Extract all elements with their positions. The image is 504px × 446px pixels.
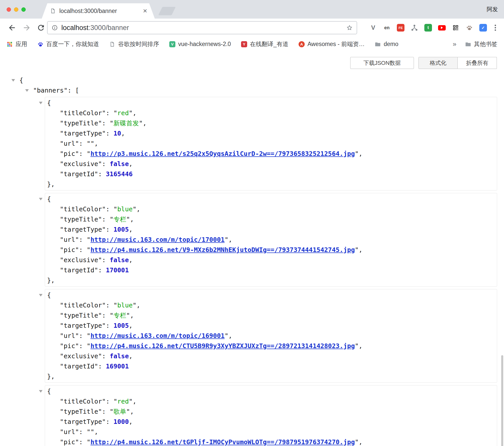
json-token: "titleColor" (60, 302, 106, 309)
json-token: , (359, 438, 362, 446)
json-url-link[interactable]: http://p4.music.126.net/V9-MXz6b2MNhEKju… (90, 246, 355, 254)
json-token: "url" (60, 140, 79, 147)
download-json-button[interactable]: 下载JSON数据 (350, 57, 414, 69)
json-token: { (47, 99, 51, 107)
json-token: red (117, 398, 129, 405)
json-url-link[interactable]: http://music.163.com/m/topic/169001 (90, 332, 225, 339)
bookmark-apps[interactable]: 应用 (7, 40, 27, 48)
bookmark-label: vue-hackernews-2.0 (178, 41, 231, 48)
json-token: 10 (114, 130, 121, 137)
json-token: : (79, 438, 87, 446)
json-property-line: "typeTitle": "歌单", (45, 407, 497, 417)
bookmark-baidu[interactable]: 百度一下，你就知道 (37, 40, 99, 48)
json-token: "exclusive" (60, 160, 102, 168)
json-token: : (79, 332, 87, 339)
bookmark-demo-folder[interactable]: demo (375, 41, 398, 48)
json-token: , (136, 302, 140, 309)
collapse-toggle-icon[interactable] (39, 390, 43, 393)
json-token: : (106, 302, 114, 309)
json-url-link[interactable]: http://p4.music.126.net/tGPljf-IMOCyPvum… (90, 438, 355, 446)
navigation-bar: localhost:3000/banner V en FE t ✓ (0, 19, 504, 37)
qr-code-extension-icon[interactable] (452, 24, 460, 32)
json-token: " (355, 246, 359, 254)
json-url-link[interactable]: http://p3.music.126.net/s25q2x5QyqsAzilC… (90, 150, 355, 157)
collapse-toggle-icon[interactable] (39, 198, 43, 200)
scrollbar-thumb[interactable] (501, 355, 503, 446)
url-text: localhost:3000/banner (61, 24, 129, 32)
collapse-toggle-icon[interactable] (25, 89, 29, 92)
window-close-button[interactable] (7, 7, 11, 12)
back-button[interactable] (8, 23, 16, 32)
json-token: , (129, 352, 133, 360)
org-chart-extension-icon[interactable] (410, 24, 418, 32)
json-token: "typeTitle" (60, 312, 102, 319)
json-object-open-line: { (45, 98, 497, 108)
json-token: " (139, 120, 143, 127)
json-url-link[interactable]: http://p4.music.126.net/CTU5B9R9y3XyYBZX… (90, 342, 355, 350)
profile-name[interactable]: 阿发 (487, 6, 498, 13)
collapse-toggle-icon[interactable] (39, 294, 43, 296)
bookmark-youdao-translate[interactable]: Y 在线翻译_有道 (241, 40, 288, 48)
json-token: : (79, 236, 87, 243)
json-token: , (130, 408, 134, 415)
json-property-line: "titleColor": "red", (45, 396, 497, 407)
bookmark-vue-hackernews[interactable]: V vue-hackernews-2.0 (169, 41, 231, 48)
json-token: : (98, 266, 106, 274)
json-token: "pic" (60, 342, 79, 350)
youtube-extension-icon[interactable] (438, 24, 446, 32)
json-token: { (19, 77, 23, 84)
json-property-line: "targetId": 170001 (45, 265, 497, 275)
json-token: "" (87, 428, 94, 436)
gray-v-extension-icon[interactable]: V (369, 24, 377, 32)
bookmark-awesomes[interactable]: A Awesomes - 前端资… (299, 40, 365, 48)
json-token: "url" (60, 236, 79, 243)
format-button[interactable]: 格式化 (418, 57, 458, 69)
green-extension-icon[interactable]: t (424, 24, 432, 32)
translate-extension-icon[interactable]: en (383, 24, 391, 32)
json-token: "pic" (60, 150, 79, 157)
page-icon (50, 8, 56, 14)
window-minimize-button[interactable] (14, 7, 18, 12)
json-root-line: { (0, 75, 504, 85)
json-object-open-line: { (45, 194, 497, 204)
json-token: "url" (60, 332, 79, 339)
blue-shield-extension-icon[interactable]: ✓ (479, 24, 487, 32)
json-token: 1005 (114, 226, 129, 233)
json-token: : (106, 226, 114, 233)
window-zoom-button[interactable] (21, 7, 26, 12)
reload-button[interactable] (37, 23, 45, 32)
json-property-line: "titleColor": "red", (45, 108, 497, 118)
json-token: " (355, 150, 359, 157)
bookmark-google-sort[interactable]: 谷歌按时间排序 (109, 40, 159, 48)
json-token: , (94, 428, 98, 436)
page-info-icon[interactable] (52, 25, 58, 31)
json-property-line: "typeTitle": "新碟首发", (45, 118, 497, 128)
bookmarks-overflow-chevron[interactable]: » (453, 40, 456, 48)
browser-tab[interactable]: localhost:3000/banner × (42, 3, 155, 19)
fehelper-extension-icon[interactable]: FE (397, 24, 405, 32)
json-token: : (79, 246, 87, 254)
awesomes-icon: A (299, 41, 305, 47)
json-array-open-line: "banners": [ (0, 85, 504, 96)
json-url-link[interactable]: http://music.163.com/m/topic/170001 (90, 236, 225, 243)
json-token: " (114, 205, 117, 213)
collapse-all-button[interactable]: 折叠所有 (458, 57, 497, 69)
json-token: " (87, 236, 90, 243)
json-token: "banners" (33, 87, 67, 94)
new-tab-button[interactable] (158, 7, 176, 15)
collapse-toggle-icon[interactable] (11, 79, 15, 82)
json-token: false (110, 160, 129, 168)
forward-button[interactable] (22, 23, 31, 32)
browser-menu-kebab-icon[interactable] (491, 24, 499, 32)
bookmark-star-icon[interactable] (346, 25, 353, 31)
address-bar[interactable]: localhost:3000/banner (47, 21, 357, 34)
json-token: : (79, 140, 87, 147)
json-token: , (359, 150, 362, 157)
other-bookmarks[interactable]: 其他书签 (465, 40, 497, 48)
tab-close-icon[interactable]: × (143, 7, 147, 14)
paw-extension-icon[interactable] (465, 24, 473, 32)
bookmark-label: Awesomes - 前端资… (307, 40, 365, 48)
json-token: , (143, 120, 147, 127)
json-token: blue (117, 302, 133, 309)
collapse-toggle-icon[interactable] (39, 102, 43, 104)
